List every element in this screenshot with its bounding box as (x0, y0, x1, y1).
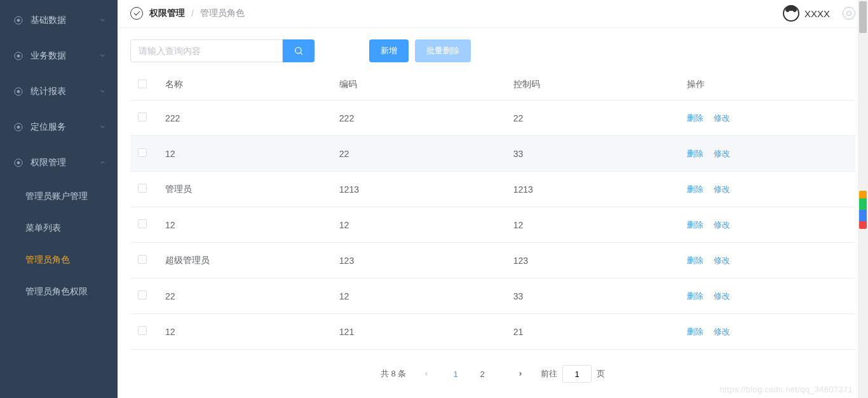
row-checkbox[interactable] (138, 219, 147, 228)
select-all-checkbox[interactable] (138, 79, 147, 88)
scrollbar-thumb[interactable] (859, 1, 867, 33)
search-input[interactable] (130, 39, 283, 62)
row-checkbox[interactable] (138, 148, 147, 157)
delete-link[interactable]: 删除 (687, 113, 703, 123)
chevron-down-icon (99, 122, 106, 132)
page-number-1[interactable]: 1 (447, 365, 465, 383)
cell-name: 222 (165, 100, 339, 136)
cell-name: 22 (165, 278, 339, 314)
edit-link[interactable]: 修改 (714, 220, 730, 230)
location-icon (13, 121, 24, 133)
row-checkbox[interactable] (138, 113, 147, 121)
svg-point-7 (17, 126, 20, 128)
batch-delete-button[interactable]: 批量删除 (415, 39, 471, 62)
sidebar: 基础数据业务数据统计报表定位服务权限管理管理员账户管理菜单列表管理员角色管理员角… (0, 0, 118, 398)
breadcrumb-sub: 管理员角色 (200, 8, 245, 19)
scrollbar-track[interactable] (858, 0, 868, 398)
cell-ctrl: 21 (513, 314, 688, 350)
sidebar-item-label: 权限管理 (31, 157, 66, 168)
table-row[interactable]: 管理员 1213 1213 删除 修改 (130, 172, 855, 207)
edit-link[interactable]: 修改 (714, 113, 730, 123)
sidebar-item-label: 定位服务 (31, 121, 66, 133)
cell-ctrl: 12 (513, 207, 688, 243)
cell-code: 121 (339, 314, 513, 350)
submenu-item-3[interactable]: 管理员角色权限 (0, 276, 118, 308)
sidebar-item-3[interactable]: 定位服务 (0, 109, 118, 145)
edit-link[interactable]: 修改 (714, 149, 730, 158)
username-label: XXXX (804, 8, 830, 19)
sidebar-item-1[interactable]: 业务数据 (0, 38, 118, 74)
svg-point-1 (17, 19, 20, 22)
search-button[interactable] (283, 39, 315, 62)
jump-prefix: 前往 (541, 368, 557, 380)
row-checkbox[interactable] (138, 184, 147, 193)
sidebar-item-2[interactable]: 统计报表 (0, 74, 118, 109)
submenu-item-2[interactable]: 管理员角色 (0, 244, 118, 276)
table-row[interactable]: 12 12 12 删除 修改 (130, 207, 855, 243)
add-button[interactable]: 新增 (369, 39, 409, 62)
search-group (130, 39, 315, 62)
edit-link[interactable]: 修改 (714, 256, 730, 265)
cell-name: 超级管理员 (165, 243, 339, 278)
cell-code: 12 (339, 278, 513, 314)
user-area[interactable]: XXXX (783, 5, 855, 22)
submenu-item-1[interactable]: 菜单列表 (0, 212, 118, 244)
chevron-up-icon (99, 158, 106, 168)
avatar-icon (783, 5, 799, 22)
cell-name: 12 (165, 136, 339, 172)
delete-link[interactable]: 删除 (687, 291, 703, 301)
page-number-2[interactable]: 2 (473, 365, 491, 383)
cell-name: 12 (165, 314, 339, 350)
pagination-next[interactable] (512, 365, 529, 383)
table-container: 名称 编码 控制码 操作 222 222 22 删除 修改 12 22 33 删… (118, 70, 868, 350)
cell-code: 12 (339, 207, 513, 243)
breadcrumb-separator: / (191, 8, 194, 18)
watermark-text: https://blog.csdn.net/qq_34607371 (720, 385, 853, 394)
svg-point-5 (17, 90, 20, 93)
delete-link[interactable]: 删除 (687, 327, 703, 336)
edit-link[interactable]: 修改 (714, 184, 730, 194)
submenu-item-0[interactable]: 管理员账户管理 (0, 181, 118, 212)
table-row[interactable]: 超级管理员 123 123 删除 修改 (130, 243, 855, 278)
svg-point-3 (17, 55, 20, 57)
sidebar-item-0[interactable]: 基础数据 (0, 3, 118, 38)
row-checkbox[interactable] (138, 255, 147, 264)
cell-ctrl: 1213 (513, 172, 688, 207)
table-row[interactable]: 222 222 22 删除 修改 (130, 100, 855, 136)
table-row[interactable]: 12 22 33 删除 修改 (130, 136, 855, 172)
row-checkbox[interactable] (138, 326, 147, 335)
button-group: 新增 批量删除 (369, 39, 471, 62)
edit-link[interactable]: 修改 (714, 327, 730, 336)
delete-link[interactable]: 删除 (687, 220, 703, 230)
svg-point-9 (17, 161, 20, 164)
col-header-ctrl: 控制码 (513, 70, 688, 100)
gear-icon[interactable] (843, 7, 855, 20)
location-icon (13, 86, 24, 97)
table-header-row: 名称 编码 控制码 操作 (130, 70, 855, 100)
cell-code: 222 (339, 100, 513, 136)
pagination-prev[interactable] (417, 365, 435, 383)
edit-link[interactable]: 修改 (714, 291, 730, 301)
header: 权限管理 / 管理员角色 XXXX (118, 0, 868, 28)
delete-link[interactable]: 删除 (687, 256, 703, 265)
col-header-name: 名称 (165, 70, 339, 100)
pagination-total: 共 8 条 (381, 368, 406, 380)
row-checkbox[interactable] (138, 291, 147, 299)
sidebar-item-4[interactable]: 权限管理 (0, 145, 118, 181)
table-row[interactable]: 22 12 33 删除 修改 (130, 278, 855, 314)
delete-link[interactable]: 删除 (687, 149, 703, 158)
table-row[interactable]: 12 121 21 删除 修改 (130, 314, 855, 350)
svg-line-11 (301, 53, 302, 55)
sidebar-item-label: 业务数据 (31, 50, 66, 62)
breadcrumb: 权限管理 / 管理员角色 (130, 7, 783, 20)
cell-code: 123 (339, 243, 513, 278)
location-icon (13, 157, 24, 168)
pagination-jump-input[interactable] (562, 365, 592, 383)
chevron-left-icon (423, 371, 430, 377)
main-content: 权限管理 / 管理员角色 XXXX 新增 批量删除 (118, 0, 868, 398)
delete-link[interactable]: 删除 (687, 184, 703, 194)
search-icon (294, 46, 304, 56)
col-header-ops: 操作 (687, 70, 855, 100)
pagination-jump: 前往 页 (541, 365, 605, 383)
chevron-down-icon (99, 51, 106, 61)
